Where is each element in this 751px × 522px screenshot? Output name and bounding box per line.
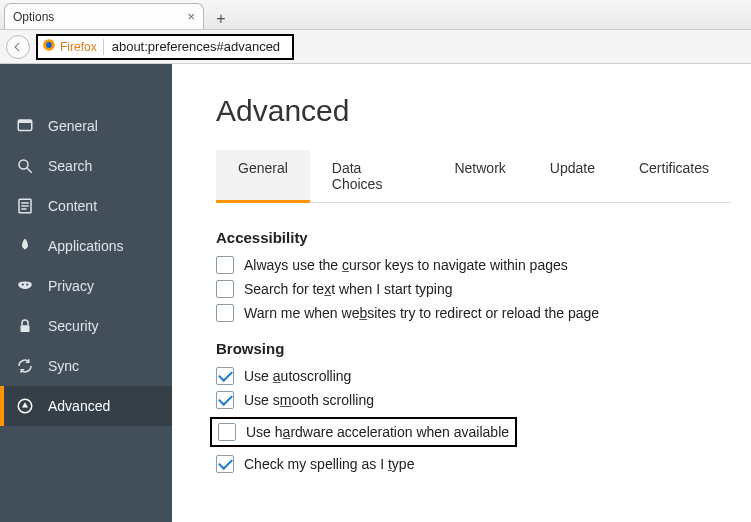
checkbox[interactable]: [216, 256, 234, 274]
option-label: Check my spelling as I type: [244, 456, 414, 472]
section-heading-browsing: Browsing: [216, 340, 731, 357]
sidebar-item-label: Applications: [48, 238, 124, 254]
subtab-update[interactable]: Update: [528, 150, 617, 202]
option-label: Search for text when I start typing: [244, 281, 453, 297]
option-autoscrolling[interactable]: Use autoscrolling: [216, 367, 731, 385]
svg-point-11: [26, 283, 28, 285]
browser-tab[interactable]: Options ×: [4, 3, 204, 29]
option-smooth-scrolling[interactable]: Use smooth scrolling: [216, 391, 731, 409]
subtab-data-choices[interactable]: Data Choices: [310, 150, 433, 202]
content-icon: [16, 197, 34, 215]
option-search-text[interactable]: Search for text when I start typing: [216, 280, 731, 298]
sidebar-item-privacy[interactable]: Privacy: [0, 266, 172, 306]
sidebar-item-sync[interactable]: Sync: [0, 346, 172, 386]
svg-point-4: [19, 160, 28, 169]
browser-tab-strip: Options × +: [0, 0, 751, 30]
checkbox[interactable]: [216, 304, 234, 322]
sidebar-item-label: Search: [48, 158, 92, 174]
rocket-icon: [16, 237, 34, 255]
preferences-content: Advanced General Data Choices Network Up…: [172, 64, 751, 522]
sidebar-item-label: Security: [48, 318, 99, 334]
option-warn-redirect[interactable]: Warn me when websites try to redirect or…: [216, 304, 731, 322]
url-brand-label: Firefox: [60, 40, 97, 54]
subtab-certificates[interactable]: Certificates: [617, 150, 731, 202]
search-icon: [16, 157, 34, 175]
sidebar-item-content[interactable]: Content: [0, 186, 172, 226]
option-label: Always use the cursor keys to navigate w…: [244, 257, 568, 273]
checkbox[interactable]: [218, 423, 236, 441]
option-label: Use autoscrolling: [244, 368, 351, 384]
svg-point-10: [22, 283, 24, 285]
checkbox[interactable]: [216, 455, 234, 473]
svg-line-5: [27, 168, 32, 173]
svg-point-1: [46, 42, 52, 48]
sidebar-item-label: Content: [48, 198, 97, 214]
sidebar-item-advanced[interactable]: Advanced: [0, 386, 172, 426]
checkbox[interactable]: [216, 367, 234, 385]
svg-rect-12: [21, 325, 30, 332]
checkbox[interactable]: [216, 391, 234, 409]
option-cursor-keys[interactable]: Always use the cursor keys to navigate w…: [216, 256, 731, 274]
sidebar-item-label: General: [48, 118, 98, 134]
sidebar-item-security[interactable]: Security: [0, 306, 172, 346]
sidebar-item-label: Privacy: [48, 278, 94, 294]
sync-icon: [16, 357, 34, 375]
firefox-icon: [42, 38, 56, 55]
highlight-box: Use hardware acceleration when available: [210, 417, 517, 447]
preferences-sidebar: General Search Content Applications Priv…: [0, 64, 172, 522]
url-text[interactable]: about:preferences#advanced: [108, 39, 288, 54]
mask-icon: [16, 277, 34, 295]
sidebar-item-applications[interactable]: Applications: [0, 226, 172, 266]
subtab-strip: General Data Choices Network Update Cert…: [216, 150, 731, 203]
new-tab-button[interactable]: +: [208, 9, 234, 29]
sidebar-item-search[interactable]: Search: [0, 146, 172, 186]
browser-nav-bar: Firefox about:preferences#advanced: [0, 30, 751, 64]
sidebar-item-label: Sync: [48, 358, 79, 374]
lock-icon: [16, 317, 34, 335]
option-label: Use hardware acceleration when available: [246, 424, 509, 440]
preferences-main: General Search Content Applications Priv…: [0, 64, 751, 522]
option-check-spelling[interactable]: Check my spelling as I type: [216, 455, 731, 473]
back-button[interactable]: [6, 35, 30, 59]
option-label: Warn me when websites try to redirect or…: [244, 305, 599, 321]
close-icon[interactable]: ×: [187, 10, 195, 23]
option-label: Use smooth scrolling: [244, 392, 374, 408]
section-heading-accessibility: Accessibility: [216, 229, 731, 246]
svg-rect-3: [18, 120, 32, 123]
subtab-general[interactable]: General: [216, 150, 310, 203]
advanced-icon: [16, 397, 34, 415]
page-title: Advanced: [216, 94, 731, 128]
separator: [103, 39, 104, 55]
url-bar-highlight: Firefox about:preferences#advanced: [36, 34, 294, 60]
option-hardware-accel[interactable]: Use hardware acceleration when available: [218, 423, 509, 441]
subtab-network[interactable]: Network: [432, 150, 527, 202]
sidebar-item-label: Advanced: [48, 398, 110, 414]
general-icon: [16, 117, 34, 135]
tab-title: Options: [13, 10, 179, 24]
checkbox[interactable]: [216, 280, 234, 298]
sidebar-item-general[interactable]: General: [0, 106, 172, 146]
